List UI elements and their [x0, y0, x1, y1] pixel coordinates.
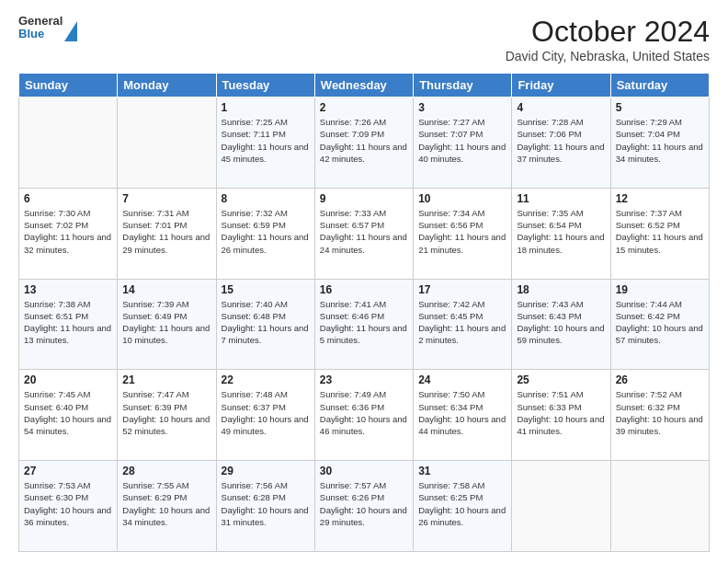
day-number: 6 [24, 192, 112, 205]
calendar-cell: 30Sunrise: 7:57 AMSunset: 6:26 PMDayligh… [314, 461, 413, 552]
calendar-cell: 5Sunrise: 7:29 AMSunset: 7:04 PMDaylight… [610, 98, 709, 189]
calendar-cell: 3Sunrise: 7:27 AMSunset: 7:07 PMDaylight… [414, 98, 512, 189]
day-detail: Sunrise: 7:47 AMSunset: 6:39 PMDaylight:… [122, 388, 210, 437]
page-subtitle: David City, Nebraska, United States [506, 49, 710, 63]
calendar-cell: 15Sunrise: 7:40 AMSunset: 6:48 PMDayligh… [216, 279, 314, 370]
day-number: 12 [616, 192, 704, 205]
calendar-cell: 14Sunrise: 7:39 AMSunset: 6:49 PMDayligh… [118, 279, 216, 370]
day-number: 28 [122, 465, 210, 477]
day-number: 20 [24, 373, 112, 386]
day-number: 22 [222, 373, 310, 386]
page-title: October 2024 [506, 15, 710, 49]
week-row-4: 20Sunrise: 7:45 AMSunset: 6:40 PMDayligh… [19, 370, 710, 461]
calendar-cell: 19Sunrise: 7:44 AMSunset: 6:42 PMDayligh… [610, 279, 709, 370]
day-detail: Sunrise: 7:48 AMSunset: 6:37 PMDaylight:… [222, 388, 310, 437]
day-detail: Sunrise: 7:43 AMSunset: 6:43 PMDaylight:… [517, 298, 605, 347]
day-detail: Sunrise: 7:52 AMSunset: 6:32 PMDaylight:… [616, 388, 704, 437]
day-number: 14 [122, 283, 210, 296]
calendar-cell: 6Sunrise: 7:30 AMSunset: 7:02 PMDaylight… [19, 188, 118, 279]
day-number: 21 [122, 373, 210, 386]
day-number: 13 [24, 283, 112, 296]
day-detail: Sunrise: 7:33 AMSunset: 6:57 PMDaylight:… [320, 207, 408, 256]
calendar-cell [19, 98, 118, 189]
day-detail: Sunrise: 7:35 AMSunset: 6:54 PMDaylight:… [517, 207, 605, 256]
day-detail: Sunrise: 7:44 AMSunset: 6:42 PMDaylight:… [616, 298, 704, 347]
day-number: 10 [418, 192, 506, 205]
calendar-cell: 18Sunrise: 7:43 AMSunset: 6:43 PMDayligh… [512, 279, 610, 370]
week-row-2: 6Sunrise: 7:30 AMSunset: 7:02 PMDaylight… [19, 188, 710, 279]
day-number: 31 [418, 465, 506, 477]
calendar-table: SundayMondayTuesdayWednesdayThursdayFrid… [18, 73, 710, 552]
calendar-cell: 8Sunrise: 7:32 AMSunset: 6:59 PMDaylight… [216, 188, 314, 279]
day-detail: Sunrise: 7:55 AMSunset: 6:29 PMDaylight:… [122, 479, 210, 528]
day-number: 24 [418, 373, 506, 386]
day-number: 9 [320, 192, 408, 205]
calendar-header-row: SundayMondayTuesdayWednesdayThursdayFrid… [19, 74, 710, 98]
col-header-friday: Friday [512, 74, 610, 98]
day-number: 27 [24, 465, 112, 477]
col-header-tuesday: Tuesday [216, 74, 314, 98]
col-header-saturday: Saturday [610, 74, 709, 98]
calendar-cell: 22Sunrise: 7:48 AMSunset: 6:37 PMDayligh… [216, 370, 314, 461]
week-row-5: 27Sunrise: 7:53 AMSunset: 6:30 PMDayligh… [19, 461, 710, 552]
day-number: 30 [320, 465, 408, 477]
calendar-cell: 17Sunrise: 7:42 AMSunset: 6:45 PMDayligh… [414, 279, 512, 370]
calendar-cell: 9Sunrise: 7:33 AMSunset: 6:57 PMDaylight… [314, 188, 413, 279]
logo-general: General [18, 15, 63, 28]
calendar-cell [118, 98, 216, 189]
calendar-cell: 26Sunrise: 7:52 AMSunset: 6:32 PMDayligh… [610, 370, 709, 461]
day-detail: Sunrise: 7:26 AMSunset: 7:09 PMDaylight:… [320, 116, 408, 165]
day-detail: Sunrise: 7:32 AMSunset: 6:59 PMDaylight:… [222, 207, 310, 256]
day-number: 11 [517, 192, 605, 205]
calendar-cell: 2Sunrise: 7:26 AMSunset: 7:09 PMDaylight… [314, 98, 413, 189]
col-header-thursday: Thursday [414, 74, 512, 98]
calendar-cell [512, 461, 610, 552]
day-detail: Sunrise: 7:28 AMSunset: 7:06 PMDaylight:… [517, 116, 605, 165]
day-detail: Sunrise: 7:42 AMSunset: 6:45 PMDaylight:… [418, 298, 506, 347]
day-number: 26 [616, 373, 704, 386]
col-header-monday: Monday [118, 74, 216, 98]
day-detail: Sunrise: 7:31 AMSunset: 7:01 PMDaylight:… [122, 207, 210, 256]
calendar-cell: 24Sunrise: 7:50 AMSunset: 6:34 PMDayligh… [414, 370, 512, 461]
day-number: 18 [517, 283, 605, 296]
day-detail: Sunrise: 7:30 AMSunset: 7:02 PMDaylight:… [24, 207, 112, 256]
calendar-cell: 7Sunrise: 7:31 AMSunset: 7:01 PMDaylight… [118, 188, 216, 279]
calendar-cell: 10Sunrise: 7:34 AMSunset: 6:56 PMDayligh… [414, 188, 512, 279]
day-detail: Sunrise: 7:29 AMSunset: 7:04 PMDaylight:… [616, 116, 704, 165]
col-header-sunday: Sunday [19, 74, 118, 98]
day-number: 3 [418, 101, 506, 114]
day-number: 7 [122, 192, 210, 205]
day-number: 16 [320, 283, 408, 296]
day-number: 29 [222, 465, 310, 477]
calendar-cell: 25Sunrise: 7:51 AMSunset: 6:33 PMDayligh… [512, 370, 610, 461]
day-detail: Sunrise: 7:39 AMSunset: 6:49 PMDaylight:… [122, 298, 210, 347]
calendar-cell: 13Sunrise: 7:38 AMSunset: 6:51 PMDayligh… [19, 279, 118, 370]
day-detail: Sunrise: 7:49 AMSunset: 6:36 PMDaylight:… [320, 388, 408, 437]
calendar-cell: 28Sunrise: 7:55 AMSunset: 6:29 PMDayligh… [118, 461, 216, 552]
logo-triangle-icon [64, 21, 77, 41]
calendar-cell: 23Sunrise: 7:49 AMSunset: 6:36 PMDayligh… [314, 370, 413, 461]
day-number: 5 [616, 101, 704, 114]
page: General Blue October 2024 David City, Ne… [0, 0, 728, 563]
day-detail: Sunrise: 7:45 AMSunset: 6:40 PMDaylight:… [24, 388, 112, 437]
day-detail: Sunrise: 7:56 AMSunset: 6:28 PMDaylight:… [222, 479, 310, 528]
calendar-cell: 20Sunrise: 7:45 AMSunset: 6:40 PMDayligh… [19, 370, 118, 461]
calendar-cell: 16Sunrise: 7:41 AMSunset: 6:46 PMDayligh… [314, 279, 413, 370]
day-detail: Sunrise: 7:25 AMSunset: 7:11 PMDaylight:… [222, 116, 310, 165]
calendar-cell: 1Sunrise: 7:25 AMSunset: 7:11 PMDaylight… [216, 98, 314, 189]
day-detail: Sunrise: 7:38 AMSunset: 6:51 PMDaylight:… [24, 298, 112, 347]
day-detail: Sunrise: 7:50 AMSunset: 6:34 PMDaylight:… [418, 388, 506, 437]
day-detail: Sunrise: 7:27 AMSunset: 7:07 PMDaylight:… [418, 116, 506, 165]
day-number: 25 [517, 373, 605, 386]
day-number: 1 [222, 101, 310, 114]
day-detail: Sunrise: 7:57 AMSunset: 6:26 PMDaylight:… [320, 479, 408, 528]
day-detail: Sunrise: 7:34 AMSunset: 6:56 PMDaylight:… [418, 207, 506, 256]
day-number: 19 [616, 283, 704, 296]
day-detail: Sunrise: 7:40 AMSunset: 6:48 PMDaylight:… [222, 298, 310, 347]
day-number: 17 [418, 283, 506, 296]
header: General Blue October 2024 David City, Ne… [18, 15, 710, 63]
day-number: 8 [222, 192, 310, 205]
calendar-cell: 29Sunrise: 7:56 AMSunset: 6:28 PMDayligh… [216, 461, 314, 552]
logo-blue: Blue [18, 28, 63, 40]
calendar-cell: 11Sunrise: 7:35 AMSunset: 6:54 PMDayligh… [512, 188, 610, 279]
